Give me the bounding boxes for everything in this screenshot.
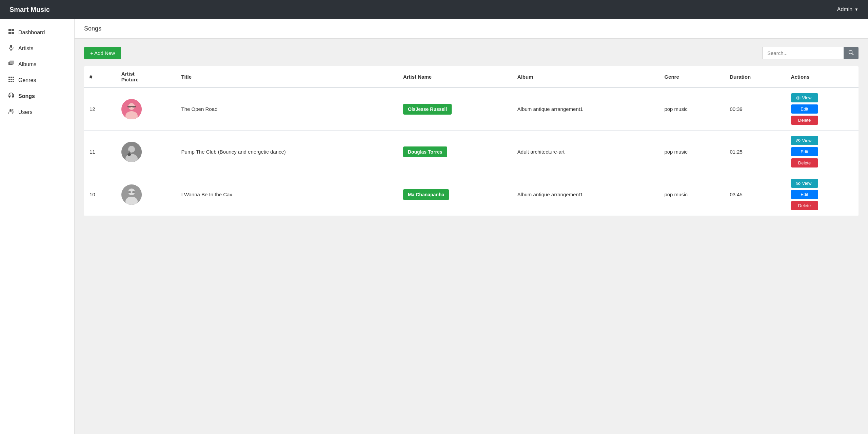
sidebar-label-albums: Albums bbox=[18, 61, 36, 67]
col-title: Title bbox=[176, 66, 398, 87]
admin-menu[interactable]: Admin ▼ bbox=[837, 6, 859, 13]
songs-table-container: # ArtistPicture Title Artist Name Album … bbox=[84, 66, 859, 216]
cell-number: 11 bbox=[84, 131, 116, 173]
edit-button[interactable]: Edit bbox=[791, 104, 818, 114]
view-button[interactable]: View bbox=[791, 179, 818, 188]
svg-line-24 bbox=[852, 54, 854, 55]
edit-button[interactable]: Edit bbox=[791, 190, 818, 199]
table-row: 10 bbox=[84, 173, 859, 216]
delete-button[interactable]: Delete bbox=[791, 158, 818, 167]
sidebar: Dashboard Artists Albums bbox=[0, 19, 75, 434]
page-title: Songs bbox=[84, 25, 101, 32]
svg-point-21 bbox=[9, 109, 12, 111]
svg-point-37 bbox=[127, 153, 131, 156]
cell-album: Album antique arrangement1 bbox=[512, 87, 659, 131]
svg-rect-29 bbox=[132, 106, 136, 107]
cell-genre: pop music bbox=[659, 87, 724, 131]
search-button[interactable] bbox=[844, 47, 859, 59]
cell-number: 12 bbox=[84, 87, 116, 131]
svg-rect-44 bbox=[132, 191, 135, 193]
cell-artist-picture bbox=[116, 131, 176, 173]
svg-point-39 bbox=[797, 140, 799, 141]
svg-rect-16 bbox=[8, 81, 10, 82]
sidebar-item-albums[interactable]: Albums bbox=[0, 56, 74, 72]
svg-rect-20 bbox=[13, 96, 14, 97]
svg-rect-1 bbox=[12, 29, 14, 31]
app-brand: Smart Music bbox=[9, 6, 50, 14]
cell-duration: 01:25 bbox=[724, 131, 785, 173]
action-buttons: View Edit Delete bbox=[791, 93, 853, 125]
add-new-button[interactable]: + Add New bbox=[84, 47, 121, 59]
sidebar-label-dashboard: Dashboard bbox=[18, 29, 45, 36]
col-actions: Actions bbox=[786, 66, 859, 87]
cell-artist-name: Ma Chanapanha bbox=[398, 173, 512, 216]
songs-table: # ArtistPicture Title Artist Name Album … bbox=[84, 66, 859, 216]
cell-title: Pump The Club (Bouncy and energetic danc… bbox=[176, 131, 398, 173]
main-layout: Dashboard Artists Albums bbox=[0, 19, 868, 434]
chevron-down-icon: ▼ bbox=[854, 7, 859, 12]
view-button[interactable]: View bbox=[791, 93, 818, 102]
edit-button[interactable]: Edit bbox=[791, 147, 818, 156]
cell-actions: View Edit Delete bbox=[786, 87, 859, 131]
svg-point-32 bbox=[797, 97, 799, 99]
page-header: Songs bbox=[75, 19, 868, 39]
main-content: Songs + Add New bbox=[75, 19, 868, 434]
cell-genre: pop music bbox=[659, 131, 724, 173]
table-row: 12 bbox=[84, 87, 859, 131]
svg-rect-14 bbox=[11, 79, 12, 80]
cell-duration: 00:39 bbox=[724, 87, 785, 131]
svg-rect-13 bbox=[8, 79, 10, 80]
cell-artist-name: Douglas Torres bbox=[398, 131, 512, 173]
sidebar-label-artists: Artists bbox=[18, 45, 33, 52]
cell-artist-picture bbox=[116, 87, 176, 131]
cell-actions: View Edit Delete bbox=[786, 131, 859, 173]
search-icon bbox=[848, 50, 854, 55]
cell-album: Adult architecture-art bbox=[512, 131, 659, 173]
col-duration: Duration bbox=[724, 66, 785, 87]
svg-point-47 bbox=[797, 183, 799, 184]
headphones-icon bbox=[8, 92, 14, 100]
sidebar-item-dashboard[interactable]: Dashboard bbox=[0, 24, 74, 40]
col-genre: Genre bbox=[659, 66, 724, 87]
delete-button[interactable]: Delete bbox=[791, 116, 818, 125]
col-number: # bbox=[84, 66, 116, 87]
svg-rect-15 bbox=[13, 79, 14, 80]
svg-rect-0 bbox=[8, 29, 11, 31]
svg-rect-11 bbox=[11, 77, 12, 78]
cell-title: I Wanna Be In the Cav bbox=[176, 173, 398, 216]
table-header-row: # ArtistPicture Title Artist Name Album … bbox=[84, 66, 859, 87]
sidebar-label-genres: Genres bbox=[18, 77, 36, 83]
toolbar: + Add New bbox=[84, 47, 859, 59]
sidebar-item-users[interactable]: Users bbox=[0, 104, 74, 120]
col-album: Album bbox=[512, 66, 659, 87]
mic-icon bbox=[8, 44, 14, 52]
eye-icon bbox=[796, 181, 801, 186]
view-button[interactable]: View bbox=[791, 136, 818, 145]
svg-rect-43 bbox=[128, 191, 131, 193]
svg-rect-18 bbox=[13, 81, 14, 82]
sidebar-item-artists[interactable]: Artists bbox=[0, 40, 74, 56]
content-area: + Add New # bbox=[75, 39, 868, 224]
admin-label: Admin bbox=[837, 6, 852, 13]
dashboard-icon bbox=[8, 28, 14, 36]
svg-rect-17 bbox=[11, 81, 12, 82]
top-navigation: Smart Music Admin ▼ bbox=[0, 0, 868, 19]
cell-genre: pop music bbox=[659, 173, 724, 216]
sidebar-item-songs[interactable]: Songs bbox=[0, 88, 74, 104]
svg-rect-4 bbox=[10, 45, 12, 48]
svg-rect-10 bbox=[8, 77, 10, 78]
delete-button[interactable]: Delete bbox=[791, 201, 818, 210]
album-icon bbox=[8, 60, 14, 68]
eye-icon bbox=[796, 96, 801, 100]
svg-rect-19 bbox=[9, 96, 10, 97]
cell-duration: 03:45 bbox=[724, 173, 785, 216]
search-input[interactable] bbox=[762, 47, 844, 59]
cell-actions: View Edit Delete bbox=[786, 173, 859, 216]
svg-rect-3 bbox=[12, 32, 14, 34]
users-icon bbox=[8, 108, 14, 116]
col-artist-picture: ArtistPicture bbox=[116, 66, 176, 87]
sidebar-item-genres[interactable]: Genres bbox=[0, 72, 74, 88]
cell-album: Album antique arrangement1 bbox=[512, 173, 659, 216]
sidebar-label-songs: Songs bbox=[18, 93, 35, 99]
action-buttons: View Edit Delete bbox=[791, 136, 853, 167]
